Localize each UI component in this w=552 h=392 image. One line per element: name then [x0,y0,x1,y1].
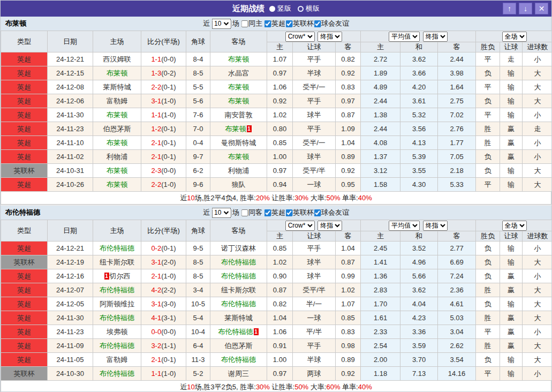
same-venue-checkbox[interactable] [241,209,248,216]
summary-row: 近10场,胜2平4负4, 胜率:20% 让胜率:30% 大率:50% 单率:40… [1,192,551,205]
cell-result-wdl: 负 [476,94,500,108]
cell-home: 布莱顿 [93,178,141,192]
odds-source-group: Crow* 终指 [267,220,361,231]
cell-type: 英超 [1,269,48,283]
score-halftime: (0-1) [161,83,176,91]
league-checkbox[interactable] [314,20,321,27]
scope-select[interactable]: 全场 [502,32,527,42]
league-filter[interactable]: 球会友谊 [314,19,349,28]
same-venue-label: 同主 [248,19,262,28]
cell-odds-away: 0.92 [336,164,361,178]
team-label: 布莱顿 [107,111,127,119]
cell-avg-home: 2.72 [361,52,400,66]
score-fulltime: 4-1 [151,314,161,322]
cell-corner: 9-6 [186,178,210,192]
cell-odds-away: 0.83 [336,80,361,94]
avg-source-select[interactable]: 平均值 [389,221,420,231]
team-label: 布伦特福德 [100,370,134,378]
cell-avg-draw: 5.39 [400,150,438,164]
odds-source-select[interactable]: Crow* [285,32,315,42]
recent-count-select[interactable]: 10 [211,208,231,218]
league-filter[interactable]: 英超 [264,19,285,28]
cell-score: 2-2(0-1) [141,80,186,94]
layout-option-horizontal[interactable]: 横版 [298,4,320,13]
league-filter[interactable]: 球会友谊 [314,208,349,217]
cell-corner: 6-4 [186,339,210,353]
odds-source-select[interactable]: Crow* [285,221,315,231]
cell-score: 0-0(0-0) [141,325,186,339]
score-fulltime: 3-1 [151,97,161,105]
section-bar: 布伦特福德 近 10 场 同客 英超英联杯球会友谊 [1,206,551,220]
cell-date: 24-12-15 [48,66,93,80]
scope-select[interactable]: 全场 [502,221,527,231]
cell-type: 英超 [1,122,48,136]
odds-time-select[interactable]: 终指 [317,221,342,231]
league-filter[interactable]: 英联杯 [285,208,314,217]
cell-type: 英超 [1,242,48,255]
avg-time-select[interactable]: 终指 [423,32,448,42]
cell-result-handicap: 输 [500,178,523,192]
match-row: 英超24-12-15布莱顿1-3(0-2)8-5水晶宫0.97半球0.921.8… [1,66,552,80]
cell-result-wdl: 平 [476,178,500,192]
cell-result-handicap: 输 [500,242,523,255]
cell-result-wdl: 平 [476,367,500,381]
move-up-button[interactable]: ↑ [503,3,516,14]
avg-source-select[interactable]: 平均值 [389,32,420,42]
team-label: 布伦特福德 [221,356,256,364]
cell-handicap: 一球 [293,311,336,325]
score-halftime: (0-1) [161,356,176,364]
cell-result-goals: 大 [523,297,552,311]
cell-away: 布莱顿 [210,52,267,66]
cell-result-wdl: 平 [476,80,500,94]
score-fulltime: 1-1 [151,55,161,63]
team-label: 西汉姆联 [103,55,131,63]
cell-corner: 8-4 [186,52,210,66]
move-down-button[interactable]: ↓ [519,3,532,14]
cell-odds-home: 0.94 [267,178,293,192]
summary-segment: 30% [256,383,270,391]
cell-away: 布伦特福德1 [210,325,267,339]
cell-avg-home: 3.12 [361,164,400,178]
avg-time-select[interactable]: 终指 [423,221,448,231]
summary-segment: 10 [187,194,194,202]
score-fulltime: 2-2 [151,180,161,189]
league-filter[interactable]: 英超 [264,208,285,217]
league-checkbox[interactable] [285,209,292,216]
league-checkbox[interactable] [314,209,321,216]
league-checkbox[interactable] [264,209,271,216]
same-venue-checkbox[interactable] [241,20,248,27]
recent-count-select[interactable]: 10 [211,19,231,29]
filter-controls: 近 10 场 同主 英超英联杯球会友谊 [203,19,349,29]
league-checkbox[interactable] [264,20,271,27]
league-label: 英联杯 [293,19,314,28]
team-label: 布伦特福德 [100,342,134,350]
header-home: 主场 [93,31,141,52]
team-label: 布伦特福德 [100,244,134,252]
team-label: 布伦特福德 [221,258,256,266]
close-button[interactable]: ✕ [535,3,548,14]
scope-group: 全场 [476,31,552,42]
header-home: 主场 [93,220,141,242]
subheader-result-wdl: 胜负 [476,231,500,242]
cell-date: 24-12-19 [48,255,93,269]
same-venue-filter[interactable]: 同客 [241,208,262,217]
score-halftime: (1-1) [161,342,176,350]
cell-home: 布莱顿 [93,108,141,122]
cell-type: 英超 [1,66,48,80]
cell-score: 4-2(2-2) [141,283,186,297]
cell-home: 布伦特福德 [93,311,141,325]
team-label: 布伦特福德 [100,286,134,294]
layout-option-vertical[interactable]: 竖版 [269,4,291,13]
cell-corner: 5-2 [186,367,210,381]
team-label: 布莱顿 [107,69,127,77]
cell-type: 英超 [1,80,48,94]
odds-time-select[interactable]: 终指 [317,32,342,42]
summary-segment: 近 [180,194,187,202]
same-venue-filter[interactable]: 同主 [241,19,262,28]
cell-away: 谢周三 [210,367,267,381]
league-checkbox[interactable] [285,20,292,27]
league-filter[interactable]: 英联杯 [285,19,314,28]
cell-avg-draw: 4.96 [400,255,438,269]
layout-radio-group: 竖版横版 [269,4,320,13]
cell-type: 英超 [1,283,48,297]
